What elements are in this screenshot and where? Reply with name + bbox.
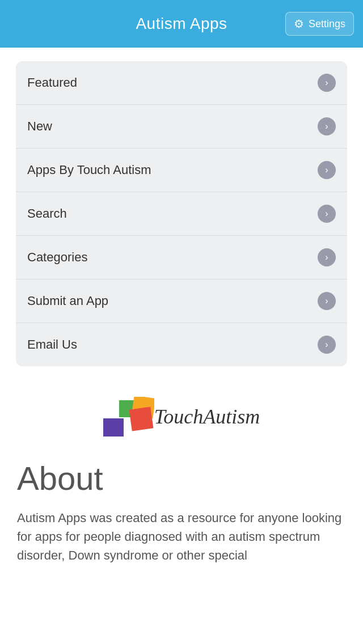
svg-rect-3 [129, 407, 153, 431]
logo-wrapper: TouchAutism [103, 397, 260, 437]
menu-item-apps-by-touch-autism[interactable]: Apps By Touch Autism › [16, 149, 347, 192]
chevron-right-icon: › [318, 205, 336, 223]
settings-button[interactable]: ⚙ Settings [285, 12, 354, 36]
chevron-right-icon: › [318, 336, 336, 354]
chevron-right-icon: › [318, 117, 336, 135]
chevron-right-icon: › [318, 248, 336, 266]
app-title: Autism Apps [136, 15, 227, 33]
chevron-right-icon: › [318, 74, 336, 92]
logo-graphic [103, 397, 154, 437]
menu-item-submit-an-app[interactable]: Submit an App › [16, 279, 347, 323]
about-section: About Autism Apps was created as a resou… [0, 448, 363, 587]
main-menu: Featured › New › Apps By Touch Autism › … [16, 61, 347, 366]
menu-item-new[interactable]: New › [16, 105, 347, 149]
app-header: Autism Apps ⚙ Settings [0, 0, 363, 48]
settings-label: Settings [309, 18, 345, 30]
menu-item-search[interactable]: Search › [16, 192, 347, 236]
about-text: Autism Apps was created as a resource fo… [17, 509, 346, 565]
menu-item-categories[interactable]: Categories › [16, 236, 347, 279]
brand-name: TouchAutism [154, 405, 260, 429]
chevron-right-icon: › [318, 292, 336, 310]
brand-logo-section: TouchAutism [0, 380, 363, 448]
menu-item-featured[interactable]: Featured › [16, 61, 347, 105]
gear-icon: ⚙ [294, 17, 304, 31]
menu-item-email-us[interactable]: Email Us › [16, 323, 347, 366]
chevron-right-icon: › [318, 161, 336, 179]
about-title: About [17, 459, 346, 497]
svg-rect-0 [103, 418, 124, 437]
